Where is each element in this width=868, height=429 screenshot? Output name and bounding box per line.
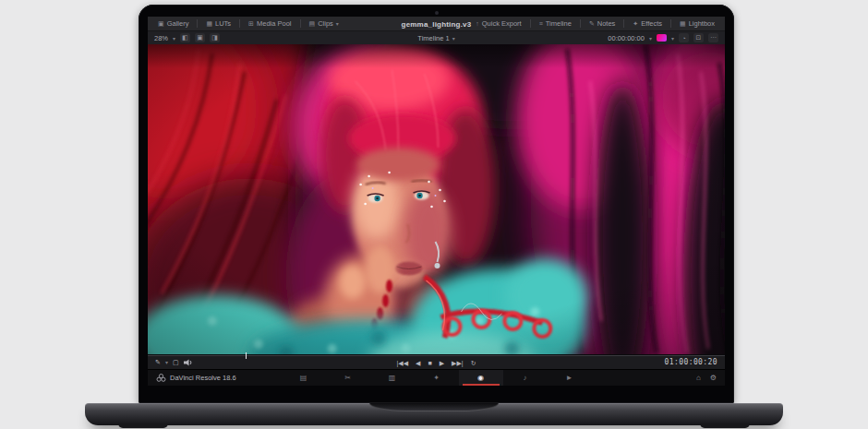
clip-icon[interactable]: ▢ xyxy=(173,359,179,365)
luts-icon: ▦ xyxy=(206,20,212,27)
loop-button[interactable]: ↻ xyxy=(471,359,476,365)
laptop-foot xyxy=(700,423,750,428)
timeline-label: Timeline xyxy=(546,20,572,28)
effects-label: Effects xyxy=(641,20,662,28)
notes-label: Notes xyxy=(597,20,616,28)
page-tab-media[interactable]: ▤ xyxy=(282,370,326,386)
toolbar-separator xyxy=(670,19,671,28)
clips-button[interactable]: ▤ Clips ▾ xyxy=(306,18,343,30)
notes-icon: ✎ xyxy=(589,20,595,27)
toolbar-separator xyxy=(530,19,531,28)
app-branding: DaVinci Resolve 18.6 xyxy=(156,374,236,382)
expand-viewer-icon[interactable]: ⊡ xyxy=(693,33,704,42)
quick-export-icon: ↑ xyxy=(476,20,479,27)
skip-to-start-button[interactable]: |◀◀ xyxy=(396,359,408,365)
gallery-icon: ▣ xyxy=(158,20,164,27)
toolbar-separator xyxy=(239,19,240,28)
vignette xyxy=(148,44,725,354)
toolbar-separator xyxy=(623,19,624,28)
fairlight-page-icon: ♪ xyxy=(524,374,527,382)
quick-export-label: Quick Export xyxy=(482,20,522,28)
top-toolbar: ▣ Gallery ▦ LUTs ⊞ Media Pool xyxy=(148,17,725,30)
page-tab-fusion[interactable]: ✦ xyxy=(415,370,459,386)
media-pool-icon: ⊞ xyxy=(248,20,254,27)
lid-lift-notch xyxy=(369,403,499,411)
media-page-icon: ▤ xyxy=(300,374,307,382)
lightbox-label: Lightbox xyxy=(689,20,715,28)
toolbar-left-group: ▣ Gallery ▦ LUTs ⊞ Media Pool xyxy=(154,18,343,30)
viewer-canvas xyxy=(148,44,725,354)
timeline-selector[interactable]: Timeline 1 ▾ xyxy=(417,34,454,42)
edit-tool-icon[interactable]: ✎ xyxy=(155,359,161,365)
davinci-resolve-window: ▣ Gallery ▦ LUTs ⊞ Media Pool xyxy=(148,17,725,386)
viewer-header-bar: 28% ▾ ◧ ▣ ◨ Timeline 1 ▾ 00:00:00:00 ▾ ▾… xyxy=(148,30,725,44)
timecode-chevron-icon[interactable]: ▾ xyxy=(649,35,652,42)
quick-export-button[interactable]: ↑ Quick Export xyxy=(472,18,524,30)
step-back-button[interactable]: ◀ xyxy=(416,359,420,365)
transport-right-group: 01:00:00:20 xyxy=(665,358,717,366)
viewer-right-controls: 00:00:00:00 ▾ ▾ ◔ ⊡ ⋯ xyxy=(608,33,718,42)
source-timecode[interactable]: 00:00:00:00 xyxy=(608,34,645,42)
transport-bar: ✎ ▾ ▢ |◀◀ ◀ ■ ▶ ▶▶| ↻ xyxy=(148,354,725,369)
toolbar-right-group: ↑ Quick Export ≡ Timeline ✎ Notes xyxy=(472,18,718,30)
deliver-page-icon: ► xyxy=(566,374,573,382)
page-bar: DaVinci Resolve 18.6 ▤ ✂ ▥ ✦ ◉ ♪ ► ⌂ ⚙ xyxy=(148,369,725,386)
page-tab-deliver[interactable]: ► xyxy=(548,370,592,386)
project-title-wrap: gemma_lighting.v3 xyxy=(402,19,472,28)
color-page-icon: ◉ xyxy=(477,374,484,382)
edit-page-icon: ▥ xyxy=(389,374,396,382)
viewer-image xyxy=(148,44,725,354)
gallery-label: Gallery xyxy=(167,20,189,28)
play-button[interactable]: ▶ xyxy=(440,359,444,365)
more-options-icon[interactable]: ⋯ xyxy=(708,33,718,42)
page-tab-edit[interactable]: ▥ xyxy=(370,370,415,386)
split-screen-icon[interactable]: ◧ xyxy=(180,33,190,42)
bypass-grade-icon[interactable]: ◨ xyxy=(210,33,220,42)
speaker-icon[interactable] xyxy=(184,359,193,366)
clips-label: Clips xyxy=(318,20,333,28)
grade-swatch-icon[interactable] xyxy=(657,34,667,42)
davinci-resolve-logo-icon xyxy=(156,374,166,382)
project-title: gemma_lighting.v3 xyxy=(402,19,472,28)
chevron-down-icon: ▾ xyxy=(336,21,339,27)
toolbar-separator xyxy=(197,19,198,28)
stop-button[interactable]: ■ xyxy=(428,359,431,365)
page-tab-cut[interactable]: ✂ xyxy=(326,370,370,386)
page-bar-right-group: ⌂ ⚙ xyxy=(696,374,717,382)
chevron-down-icon: ▾ xyxy=(452,35,455,42)
laptop-foot xyxy=(118,423,168,428)
playhead-marker[interactable] xyxy=(246,352,247,359)
luts-label: LUTs xyxy=(215,20,231,28)
gallery-button[interactable]: ▣ Gallery xyxy=(154,18,192,30)
cut-page-icon: ✂ xyxy=(344,374,351,382)
timeline-scrubber[interactable] xyxy=(148,355,725,356)
timeline-view-button[interactable]: ≡ Timeline xyxy=(536,18,575,30)
desktop-background: ▣ Gallery ▦ LUTs ⊞ Media Pool xyxy=(0,0,868,429)
color-wheel-icon[interactable]: ◔ xyxy=(679,33,689,42)
laptop-lid: ▣ Gallery ▦ LUTs ⊞ Media Pool xyxy=(139,5,734,403)
transport-left-group: ✎ ▾ ▢ xyxy=(155,359,193,366)
page-tab-color[interactable]: ◉ xyxy=(459,370,503,386)
swatch-chevron-icon[interactable]: ▾ xyxy=(671,35,674,42)
page-tab-fairlight[interactable]: ♪ xyxy=(503,370,548,386)
media-pool-label: Media Pool xyxy=(257,20,292,28)
skip-to-end-button[interactable]: ▶▶| xyxy=(452,359,464,365)
luts-button[interactable]: ▦ LUTs xyxy=(202,18,235,30)
toolbar-separator xyxy=(300,19,301,28)
effects-icon: ✦ xyxy=(633,20,638,27)
image-wipe-icon[interactable]: ▣ xyxy=(195,33,205,42)
zoom-level[interactable]: 28% xyxy=(154,34,168,42)
laptop-base xyxy=(85,403,783,425)
effects-button[interactable]: ✦ Effects xyxy=(629,18,666,30)
lightbox-button[interactable]: ▦ Lightbox xyxy=(676,18,718,30)
lightbox-icon: ▦ xyxy=(680,20,686,27)
clips-icon: ▤ xyxy=(309,20,316,27)
media-pool-button[interactable]: ⊞ Media Pool xyxy=(245,18,295,30)
zoom-chevron-icon[interactable]: ▾ xyxy=(173,35,175,42)
fusion-page-icon: ✦ xyxy=(433,374,440,382)
edit-tool-chevron-icon[interactable]: ▾ xyxy=(165,359,168,365)
settings-gear-icon[interactable]: ⚙ xyxy=(710,374,717,382)
home-icon[interactable]: ⌂ xyxy=(696,374,701,382)
record-timecode[interactable]: 01:00:00:20 xyxy=(665,358,717,366)
notes-button[interactable]: ✎ Notes xyxy=(585,18,619,30)
